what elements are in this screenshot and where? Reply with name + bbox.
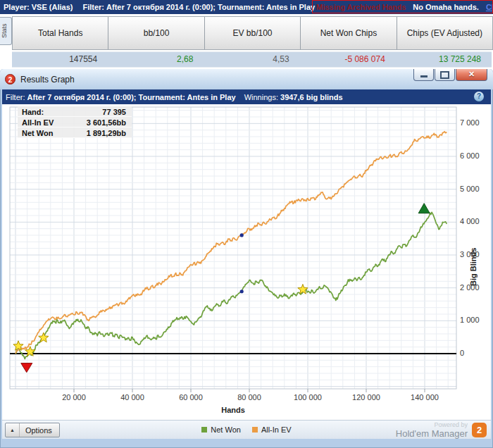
x-tick-label: 100 000 <box>283 393 332 402</box>
hand-label: Hand: <box>22 107 44 116</box>
x-tick-label: 80 000 <box>225 393 274 402</box>
results-chart <box>2 104 491 420</box>
stat-header-ev-bb100[interactable]: EV bb/100 <box>205 17 301 49</box>
hm2-brand-logo-icon: 2 <box>472 423 487 437</box>
graph-filter-value: After 7 октября 2014 г. (0:00); Tourname… <box>27 93 236 101</box>
y-tick-label: 0 <box>460 349 488 357</box>
allin-ev-value: 3 601,56bb <box>87 118 126 126</box>
net-won-value: 1 891,29bb <box>87 128 126 137</box>
player-value: VSE (Alias) <box>32 3 73 11</box>
x-tick-label: 20 000 <box>49 393 99 402</box>
stat-value-net-won-chips: -5 086 074 <box>300 52 396 67</box>
brand-text: Hold'em Manager <box>396 428 468 439</box>
stat-value-ev-bb100: 4,53 <box>204 52 299 67</box>
x-tick-label: 60 000 <box>166 393 216 402</box>
maximize-button[interactable] <box>435 69 455 81</box>
x-tick-label: 40 000 <box>108 393 157 402</box>
hand-value: 77 395 <box>102 107 126 116</box>
graph-footer-bar: ▲ Options Net Won All-In EV Powered by H… <box>2 420 491 439</box>
x-tick-label: 140 000 <box>400 393 449 402</box>
stat-value-bb100: 2,68 <box>108 52 204 67</box>
stat-header-bb100[interactable]: bb/100 <box>108 17 204 49</box>
hand-info-row: Hand: 77 395 <box>18 106 132 117</box>
graph-filter-label: Filter: <box>6 93 25 101</box>
warning-box: Missing Archived Hands No Omaha hands. C… <box>312 0 493 13</box>
cursor-dot-icon <box>240 290 244 293</box>
graph-panel: Hand: 77 395 All-In EV 3 601,56bb Net Wo… <box>2 104 491 420</box>
red-triangle-down-icon <box>21 363 32 373</box>
stats-tab[interactable]: Stats <box>0 17 12 45</box>
close-button[interactable]: ✕ <box>456 69 487 81</box>
graph-filter-bar: Filter: After 7 октября 2014 г. (0:00); … <box>2 89 491 104</box>
window-title: Results Graph <box>20 75 75 85</box>
all-in-ev-swatch-icon <box>252 427 258 433</box>
stat-header-total-hands[interactable]: Total Hands <box>13 17 108 49</box>
hm2-results-screen: Player: VSE (Alias) Filter: After 7 октя… <box>0 0 493 448</box>
stat-value-total-hands: 147554 <box>12 52 108 67</box>
top-filter-value: After 7 октября 2014 г. (0:00); Tourname… <box>106 3 315 11</box>
stat-header-chips-ev-adjusted[interactable]: Chips (EV Adjusted) <box>397 17 492 49</box>
results-graph-window: 2 Results Graph ✕ Filter: After 7 октябр… <box>0 69 493 448</box>
x-axis-label: Hands <box>10 406 456 414</box>
minimize-button[interactable] <box>413 69 434 81</box>
powered-by-text: Powered by <box>396 421 468 428</box>
x-tick-label: 120 000 <box>342 393 391 402</box>
warning-text: Missing Archived Hands <box>316 3 406 11</box>
stat-value-chips-ev-adjusted: 13 725 248 <box>396 52 492 67</box>
stats-values-row: 147554 2,68 4,53 -5 086 074 13 725 248 <box>12 51 492 68</box>
cursor-dot-icon <box>240 233 244 237</box>
powered-by-block: Powered by Hold'em Manager <box>396 421 468 439</box>
green-triangle-up-icon <box>418 204 430 213</box>
net-won-swatch-icon <box>201 427 207 433</box>
top-filter-label: Filter: <box>82 3 104 11</box>
net-won-label: Net Won <box>22 128 53 137</box>
allin-ev-row: All-In EV 3 601,56bb <box>18 117 132 127</box>
window-buttons: ✕ <box>413 69 487 81</box>
net-won-row: Net Won 1 891,29bb <box>18 127 132 138</box>
stat-header-net-won-chips[interactable]: Net Won Chips <box>301 17 397 49</box>
y-tick-label: 1 000 <box>460 316 488 324</box>
help-icon[interactable]: ? <box>474 92 484 101</box>
winnings-value: 3947,6 big blinds <box>280 93 343 101</box>
hand-info-box: Hand: 77 395 All-In EV 3 601,56bb Net Wo… <box>18 106 132 138</box>
click-here-link[interactable]: Click here <box>486 3 493 11</box>
y-tick-label: 6 000 <box>460 151 488 160</box>
window-titlebar[interactable]: 2 Results Graph ✕ <box>0 69 493 89</box>
player-filter-bar: Player: VSE (Alias) Filter: After 7 октя… <box>0 0 493 14</box>
allin-ev-label: All-In EV <box>22 118 54 126</box>
y-tick-label: 7 000 <box>460 118 488 127</box>
hm2-logo-icon: 2 <box>5 74 15 85</box>
y-axis-label: Big Blinds <box>469 223 478 286</box>
y-tick-label: 5 000 <box>460 185 488 193</box>
player-label: Player: <box>4 3 30 11</box>
legend-item-all-in-ev: All-In EV <box>252 425 292 434</box>
legend-all-in-ev-label: All-In EV <box>261 425 292 434</box>
stats-header-row: Total Hands bb/100 EV bb/100 Net Won Chi… <box>12 16 493 50</box>
legend-net-won-label: Net Won <box>211 425 241 434</box>
winnings-label: Winnings: <box>244 93 278 101</box>
no-omaha-text: No Omaha hands. <box>413 3 479 11</box>
legend-item-net-won: Net Won <box>201 425 241 434</box>
